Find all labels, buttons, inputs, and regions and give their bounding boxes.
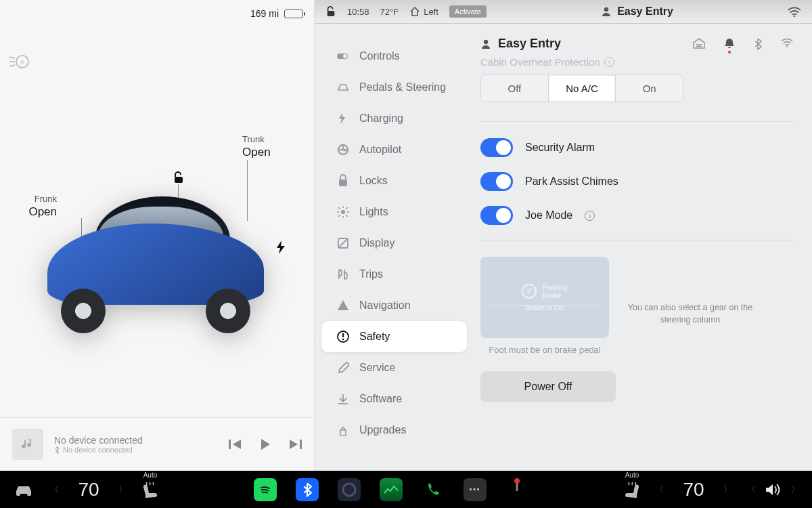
brake-pedal-note: Foot must be on brake pedal [480, 345, 609, 355]
left-temp-down[interactable]: 〈 [45, 484, 64, 496]
right-temp-up[interactable]: 〉 [718, 484, 738, 496]
activate-button[interactable]: Activate [449, 5, 487, 18]
garage-icon[interactable] [693, 38, 705, 50]
range-readout: 169 mi [250, 8, 279, 19]
info-icon[interactable]: i [585, 211, 595, 221]
app-dashcam[interactable] [338, 478, 361, 501]
svg-point-19 [341, 210, 345, 214]
menu-label: Autopilot [359, 144, 401, 156]
svg-line-26 [338, 215, 340, 217]
right-topbar: 10:58 72°F Left Activate Easy Entry [315, 0, 812, 23]
vehicle-status-pane: 169 mi A Frunk Open Trunk Open [0, 0, 315, 471]
menu-label: Display [359, 237, 394, 249]
media-title: No device connected [54, 435, 218, 446]
menu-item-trips[interactable]: Trips [321, 259, 467, 290]
overheat-option-on[interactable]: On [615, 75, 683, 102]
notifications-icon[interactable] [724, 38, 735, 50]
driver-seat-heat[interactable]: Auto [137, 480, 164, 499]
toggle-row-security-alarm: Security Alarm [480, 138, 793, 157]
menu-item-locks[interactable]: Locks [321, 165, 467, 196]
menu-icon [336, 361, 350, 375]
app-bluetooth[interactable] [296, 478, 319, 501]
overheat-option-no-a-c[interactable]: No A/C [548, 75, 616, 102]
svg-rect-5 [175, 177, 183, 183]
menu-label: Service [359, 362, 395, 374]
menu-icon [336, 423, 350, 437]
svg-point-38 [786, 45, 788, 47]
overheat-option-off[interactable]: Off [481, 75, 548, 102]
menu-label: Pedals & Steering [359, 81, 446, 93]
trunk-label[interactable]: Trunk Open [242, 134, 271, 160]
left-status-bar: 169 mi [0, 0, 314, 27]
menu-item-autopilot[interactable]: Autopilot [321, 134, 467, 165]
svg-rect-8 [328, 11, 335, 16]
right-temp-down[interactable]: 〈 [650, 484, 669, 496]
app-spotify[interactable] [254, 478, 277, 501]
menu-item-upgrades[interactable]: Upgrades [321, 415, 467, 446]
driver-profile-chip[interactable]: Easy Entry [601, 5, 673, 18]
menu-icon [336, 236, 350, 250]
outside-temp: 72°F [380, 7, 399, 17]
menu-label: Trips [359, 268, 383, 280]
toggle-switch[interactable] [480, 206, 513, 225]
menu-icon [336, 299, 350, 312]
menu-label: Software [359, 393, 402, 405]
svg-point-32 [342, 339, 344, 341]
menu-item-service[interactable]: Service [321, 352, 467, 383]
volume-icon[interactable] [765, 483, 782, 496]
media-subtitle: No device connected [54, 446, 218, 454]
left-temp-up[interactable]: 〉 [113, 484, 133, 496]
parking-brake-card[interactable]: P ParkingBrake Brake is On [480, 257, 609, 338]
lock-status-icon[interactable] [325, 6, 336, 17]
volume-up[interactable]: 〉 [786, 484, 805, 496]
wifi-icon[interactable] [788, 7, 801, 17]
toggle-label: Security Alarm [525, 142, 595, 154]
menu-label: Safety [359, 331, 390, 343]
menu-item-software[interactable]: Software [321, 383, 467, 415]
toggle-row-park-assist-chimes: Park Assist Chimes [480, 172, 793, 191]
overheat-label: Cabin Overheat Protection i [480, 56, 793, 68]
passenger-seat-heat[interactable]: Auto [618, 480, 646, 499]
svg-point-41 [346, 487, 352, 492]
media-play-button[interactable] [260, 438, 271, 450]
menu-icon [336, 112, 350, 125]
bluetooth-icon[interactable] [754, 38, 762, 50]
detail-profile-title[interactable]: Easy Entry [480, 37, 561, 51]
wifi-small-icon[interactable] [781, 38, 793, 50]
menu-item-display[interactable]: Display [321, 228, 467, 259]
vehicle-render-area: Frunk Open Trunk Open [0, 27, 314, 417]
media-panel[interactable]: No device connected No device connected [0, 417, 314, 471]
passenger-temp[interactable]: 70 [673, 479, 714, 501]
unlock-icon[interactable] [173, 171, 185, 184]
svg-rect-6 [229, 440, 231, 449]
car-menu-icon[interactable] [7, 483, 41, 496]
driver-temp[interactable]: 70 [68, 479, 109, 501]
toggle-switch[interactable] [480, 172, 513, 191]
volume-down[interactable]: 〈 [742, 484, 761, 496]
gear-hint-text: You can also select a gear on the steeri… [623, 302, 758, 326]
overheat-segmented-control[interactable]: OffNo A/COn [480, 75, 683, 102]
menu-item-lights[interactable]: Lights [321, 196, 467, 228]
charge-bolt-icon[interactable] [276, 240, 286, 254]
menu-item-navigation[interactable]: Navigation [321, 290, 467, 321]
toggle-switch[interactable] [480, 138, 513, 157]
media-next-button[interactable] [288, 438, 302, 450]
media-prev-button[interactable] [229, 438, 242, 450]
menu-item-pedals-steering[interactable]: Pedals & Steering [321, 72, 467, 103]
settings-nav: ControlsPedals & SteeringChargingAutopil… [315, 23, 474, 471]
power-off-button[interactable]: Power Off [480, 371, 616, 402]
app-more[interactable]: ••• [464, 478, 487, 501]
menu-item-controls[interactable]: Controls [321, 41, 467, 72]
info-icon[interactable]: i [604, 57, 614, 67]
menu-label: Upgrades [359, 424, 406, 436]
menu-item-charging[interactable]: Charging [321, 103, 467, 134]
menu-icon [336, 330, 350, 343]
app-phone[interactable] [422, 478, 445, 501]
menu-icon [336, 392, 350, 406]
svg-point-12 [343, 54, 347, 58]
homelink-button[interactable]: Left [409, 7, 438, 17]
bottom-dock: 〈 70 〉 Auto ••• [0, 471, 812, 508]
app-energy[interactable] [380, 478, 403, 501]
app-arcade[interactable] [505, 478, 528, 501]
menu-item-safety[interactable]: Safety [321, 321, 467, 352]
